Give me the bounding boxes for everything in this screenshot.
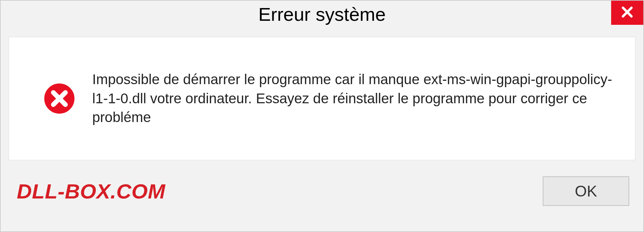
error-icon xyxy=(43,82,76,115)
content-panel: Impossible de démarrer le programme car … xyxy=(9,37,635,160)
ok-button[interactable]: OK xyxy=(543,176,629,206)
close-button[interactable] xyxy=(611,1,643,25)
error-message: Impossible de démarrer le programme car … xyxy=(92,70,615,127)
footer: DLL-BOX.COM OK xyxy=(1,176,643,206)
watermark: DLL-BOX.COM xyxy=(17,179,165,203)
titlebar: Erreur système xyxy=(1,1,643,31)
dialog-title: Erreur système xyxy=(258,3,386,25)
close-icon xyxy=(621,6,634,20)
ok-button-label: OK xyxy=(575,182,597,200)
